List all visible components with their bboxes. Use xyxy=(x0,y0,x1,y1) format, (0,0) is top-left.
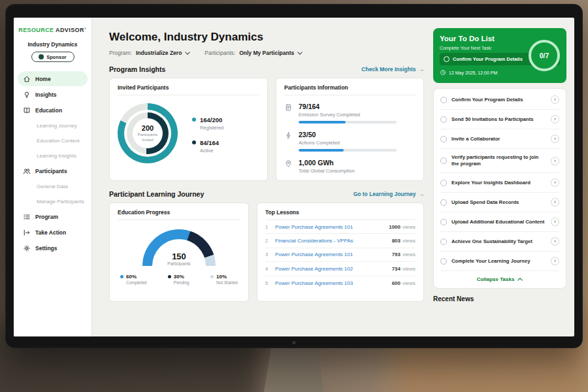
card-title: Education Progress xyxy=(118,209,240,220)
legend-item-pending: 30% Pending xyxy=(168,274,189,285)
todo-column: Your To Do List Complete Your Next Task:… xyxy=(432,18,574,336)
sidebar-item-education[interactable]: Education xyxy=(14,103,91,118)
checkbox-icon[interactable] xyxy=(440,180,447,186)
program-select[interactable]: Industrialize Zero xyxy=(136,50,190,56)
chevron-right-icon[interactable]: › xyxy=(551,135,559,143)
sidebar-item-general-data[interactable]: General Data xyxy=(14,179,91,194)
invited-participants-donut: 200 Participants Invited xyxy=(118,103,178,163)
sidebar-item-settings[interactable]: Settings xyxy=(14,240,91,256)
checkbox-icon[interactable] xyxy=(440,238,447,245)
donut-center: 200 Participants Invited xyxy=(133,118,163,148)
actions-progress-fill xyxy=(299,149,344,152)
chevron-right-icon[interactable]: › xyxy=(551,257,559,265)
go-to-learning-journey-link[interactable]: Go to Learning Journey → xyxy=(353,191,424,197)
participants-filter-label: Participants: xyxy=(204,50,235,56)
education-progress-gauge: 150 Participants xyxy=(142,229,216,266)
todo-progress-ring: 0/7 xyxy=(529,40,560,71)
sidebar-item-home[interactable]: Home xyxy=(18,71,88,86)
chevron-right-icon[interactable]: › xyxy=(551,115,559,123)
sidebar-item-manage-participants[interactable]: Manage Participants xyxy=(14,194,91,209)
actions-progress-bar xyxy=(299,149,397,152)
sidebar-item-learning-insights[interactable]: Learning Insights xyxy=(14,148,91,163)
task-item[interactable]: Send 50 Invitations to Participants › xyxy=(440,110,559,129)
checkbox-icon[interactable] xyxy=(440,157,447,164)
sidebar: RESOURCE ADVISOR+ Industry Dynamics Spon… xyxy=(14,18,92,336)
top-lessons-card: Top Lessons 1 Power Purchase Agreements … xyxy=(257,203,424,302)
legend-dot xyxy=(192,118,196,122)
program-insights-header: Program Insights Check More Insights → xyxy=(109,65,424,73)
sidebar-item-take-action[interactable]: Take Action xyxy=(14,225,91,240)
legend-item-completed: 60% Completed xyxy=(120,274,146,285)
filter-bar: Program: Industrialize Zero Participants… xyxy=(109,50,424,56)
insights-icon xyxy=(23,91,31,99)
gauge-legend: 60% Completed 30% Pending 10% Not Starte… xyxy=(118,274,240,285)
task-item[interactable]: Upload Additional Educational Content › xyxy=(440,212,559,232)
sponsor-badge: Sponsor xyxy=(31,52,74,62)
actions-completed-row: 23/50 Actions Completed xyxy=(284,131,416,152)
sidebar-item-insights[interactable]: Insights xyxy=(14,87,91,103)
sidebar-item-participants[interactable]: Participants xyxy=(14,163,91,179)
task-item[interactable]: Invite a Collaborator › xyxy=(440,129,559,149)
checkbox-icon[interactable] xyxy=(440,136,447,142)
lesson-row: 5 Power Purchase Agreements 103 600 view… xyxy=(265,276,416,290)
education-icon xyxy=(23,106,31,114)
task-item[interactable]: Upload Spend Data Records › xyxy=(440,193,559,212)
lesson-link[interactable]: Power Purchase Agreements 101 xyxy=(275,224,389,230)
chevron-right-icon[interactable]: › xyxy=(551,218,559,226)
sidebar-item-education-content[interactable]: Education Content xyxy=(14,133,91,148)
chevron-right-icon[interactable]: › xyxy=(551,178,559,187)
checkbox-icon[interactable] xyxy=(440,258,447,265)
checkbox-icon[interactable] xyxy=(440,116,447,123)
program-insights-title: Program Insights xyxy=(109,65,165,73)
legend-dot xyxy=(192,140,196,144)
org-name: Industry Dynamics xyxy=(14,41,91,48)
sidebar-item-program[interactable]: Program xyxy=(14,209,91,225)
lesson-link[interactable]: Power Purchase Agreements 103 xyxy=(275,280,392,286)
todo-summary-card: Your To Do List Complete Your Next Task:… xyxy=(433,28,566,83)
task-item[interactable]: Confirm Your Program Details › xyxy=(440,90,559,110)
legend-item-active: 84/164 Active xyxy=(192,139,223,154)
dashboard-screen: RESOURCE ADVISOR+ Industry Dynamics Spon… xyxy=(14,18,574,336)
chevron-right-icon[interactable]: › xyxy=(551,157,559,165)
lesson-link[interactable]: Financial Considerations - VPPAs xyxy=(275,238,392,244)
sponsor-label: Sponsor xyxy=(46,54,66,60)
lesson-row: 1 Power Purchase Agreements 101 1000 vie… xyxy=(265,220,416,234)
card-title: Participants Information xyxy=(284,84,416,95)
checkbox-icon[interactable] xyxy=(440,219,447,225)
chevron-right-icon[interactable]: › xyxy=(551,237,559,246)
legend-item-registered: 164/200 Registered xyxy=(192,116,223,131)
page-title: Welcome, Industry Dynamics xyxy=(109,31,424,44)
scene: RESOURCE ADVISOR+ Industry Dynamics Spon… xyxy=(0,0,588,392)
checkbox-icon[interactable] xyxy=(440,199,447,206)
participants-information-card: Participants Information 79/164 Emission… xyxy=(276,78,424,181)
legend-dot xyxy=(168,275,171,278)
legend-dot xyxy=(210,275,214,278)
monitor-power-led xyxy=(293,341,296,344)
actions-icon xyxy=(284,131,293,142)
learning-journey-cards: Education Progress 150 Participants 60 xyxy=(109,203,424,302)
task-item[interactable]: Complete Your Learning Journey › xyxy=(440,252,559,271)
arrow-right-icon: → xyxy=(419,66,425,73)
survey-progress-fill xyxy=(299,121,346,123)
brand-secondary: ADVISOR xyxy=(56,27,84,33)
education-progress-card: Education Progress 150 Participants 60 xyxy=(109,203,249,302)
checkbox-icon[interactable] xyxy=(440,97,447,103)
chevron-right-icon[interactable]: › xyxy=(551,95,559,104)
lesson-row: 3 Power Purchase Agreements 101 793 view… xyxy=(265,248,416,262)
survey-icon xyxy=(284,103,293,114)
invited-participants-card: Invited Participants 200 Participants In… xyxy=(109,78,268,181)
emission-survey-row: 79/164 Emission Survey Completed xyxy=(284,103,416,123)
task-item[interactable]: Verify participants requesting to join t… xyxy=(440,149,559,173)
participants-select[interactable]: Only My Participants xyxy=(239,50,302,56)
chevron-right-icon[interactable]: › xyxy=(551,198,559,206)
check-more-insights-link[interactable]: Check More Insights → xyxy=(361,66,424,73)
lesson-link[interactable]: Power Purchase Agreements 101 xyxy=(275,252,392,257)
collapse-tasks-button[interactable]: Collapse Tasks xyxy=(440,271,559,286)
recent-news-title: Recent News xyxy=(433,295,566,302)
task-item[interactable]: Achieve One Sustainability Target › xyxy=(440,232,559,252)
learning-journey-header: Participant Learning Journey Go to Learn… xyxy=(109,190,424,198)
sidebar-item-learning-journey[interactable]: Learning Journey xyxy=(14,118,91,133)
settings-icon xyxy=(23,244,31,252)
task-item[interactable]: Explore Your Insights Dashboard › xyxy=(440,173,559,193)
lesson-link[interactable]: Power Purchase Agreements 102 xyxy=(275,266,392,272)
